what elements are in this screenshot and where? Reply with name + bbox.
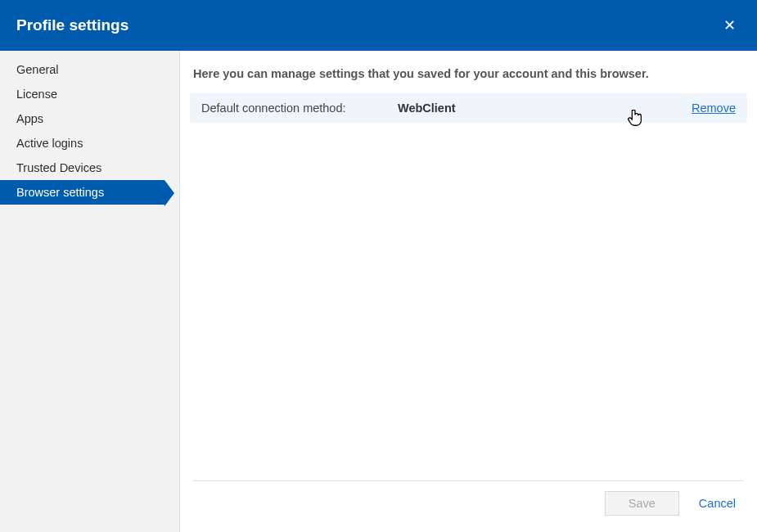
close-icon: ✕ — [723, 16, 736, 34]
profile-settings-dialog: Profile settings ✕ General License Apps … — [0, 0, 757, 532]
sidebar-item-apps[interactable]: Apps — [0, 106, 179, 131]
panel-description: Here you can manage settings that you sa… — [193, 67, 747, 80]
sidebar-item-license[interactable]: License — [0, 82, 179, 106]
sidebar-item-label: General — [16, 63, 59, 76]
sidebar-item-browser-settings[interactable]: Browser settings — [0, 180, 164, 205]
sidebar-item-label: License — [16, 88, 57, 101]
row-value: WebClient — [398, 101, 545, 115]
sidebar-item-label: Browser settings — [16, 186, 104, 199]
sidebar: General License Apps Active logins Trust… — [0, 51, 180, 532]
dialog-header: Profile settings ✕ — [0, 0, 757, 51]
row-label: Default connection method: — [201, 101, 398, 115]
save-button[interactable]: Save — [605, 491, 679, 516]
remove-link[interactable]: Remove — [692, 101, 736, 115]
sidebar-item-active-logins[interactable]: Active logins — [0, 131, 179, 156]
dialog-body: General License Apps Active logins Trust… — [0, 51, 757, 532]
default-connection-row: Default connection method: WebClient Rem… — [190, 93, 747, 123]
sidebar-item-label: Trusted Devices — [16, 161, 101, 174]
dialog-footer: Save Cancel — [193, 480, 744, 532]
sidebar-item-label: Active logins — [16, 137, 83, 150]
cancel-button[interactable]: Cancel — [699, 497, 736, 510]
sidebar-item-general[interactable]: General — [0, 57, 179, 82]
sidebar-item-label: Apps — [16, 112, 43, 125]
sidebar-item-trusted-devices[interactable]: Trusted Devices — [0, 156, 179, 180]
close-button[interactable]: ✕ — [718, 14, 741, 37]
main-panel: Here you can manage settings that you sa… — [180, 51, 757, 532]
dialog-title: Profile settings — [16, 16, 128, 34]
